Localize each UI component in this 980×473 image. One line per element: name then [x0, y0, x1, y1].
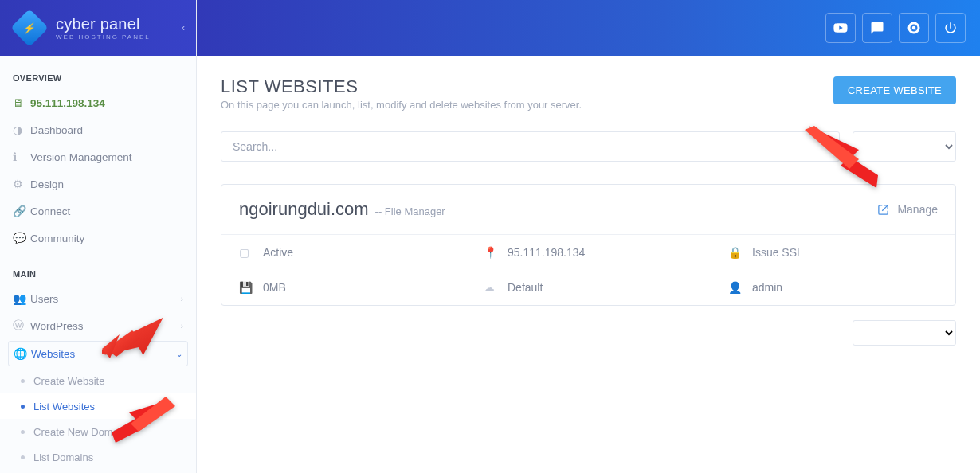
sidebar-item-wordpress[interactable]: ⓦ WordPress › [0, 312, 196, 339]
sidebar-item-community[interactable]: 💬 Community [0, 225, 196, 252]
lifebuoy-icon [907, 21, 921, 35]
pin-icon: 📍 [484, 246, 496, 259]
page-subtitle: On this page you can launch, list, modif… [221, 99, 582, 111]
subnav-create-website[interactable]: Create Website [0, 368, 196, 393]
sidebar-item-connect[interactable]: 🔗 Connect [0, 197, 196, 225]
sidebar-item-server-ip[interactable]: 🖥 95.111.198.134 [0, 89, 196, 116]
page-size-select-top[interactable] [853, 131, 956, 162]
chat-button[interactable] [862, 13, 892, 43]
chevron-down-icon: ⌄ [176, 350, 182, 358]
lock-icon: 🔒 [728, 246, 741, 259]
chevron-right-icon: › [181, 322, 183, 330]
page-head: LIST WEBSITES On this page you can launc… [221, 76, 956, 111]
flag-icon: ▢ [239, 246, 252, 259]
youtube-button[interactable] [825, 13, 856, 43]
ssl-cell[interactable]: 🔒Issue SSL [711, 235, 955, 270]
brand-title: cyber panel [56, 15, 151, 33]
youtube-icon [833, 21, 848, 35]
owner-cell: 👤admin [711, 270, 955, 305]
main-content: LIST WEBSITES On this page you can launc… [197, 56, 980, 473]
brand-logo-icon: ⚡ [10, 9, 49, 47]
chevron-right-icon: › [181, 295, 183, 303]
chat-icon: 💬 [13, 232, 30, 244]
sidebar-collapse-button[interactable]: ‹ [182, 22, 185, 33]
create-website-button[interactable]: CREATE WEBSITE [833, 76, 956, 104]
package-icon: ☁ [484, 281, 496, 294]
users-icon: 👥 [13, 292, 30, 305]
file-manager-link[interactable]: -- File Manager [375, 205, 445, 217]
disk-icon: 💾 [239, 281, 252, 294]
sidebar-item-users[interactable]: 👥 Users › [0, 285, 196, 312]
bullet-icon [21, 455, 25, 459]
gear-icon: ⚙ [13, 178, 30, 190]
bullet-icon [21, 379, 25, 383]
top-header [197, 0, 980, 56]
page-size-select-bottom[interactable] [853, 320, 956, 346]
globe-icon: 🌐 [14, 347, 31, 360]
bullet-icon [21, 405, 25, 408]
website-card-header: ngoirungdui.com -- File Manager Manage [221, 185, 955, 235]
website-details-grid: ▢Active 📍95.111.198.134 🔒Issue SSL 💾0MB … [221, 235, 955, 305]
chat-icon [870, 21, 884, 35]
sidebar-item-version-management[interactable]: ℹ Version Management [0, 143, 196, 170]
manage-button[interactable]: Manage [877, 203, 938, 216]
search-input[interactable] [221, 131, 840, 162]
laptop-icon: 🖥 [13, 96, 30, 109]
subnav-list-websites[interactable]: List Websites [0, 393, 196, 419]
power-icon [943, 21, 958, 35]
info-icon: ℹ [13, 150, 30, 163]
page-title: LIST WEBSITES [221, 76, 582, 97]
nav-section-main: MAIN [0, 252, 196, 285]
bullet-icon [21, 430, 25, 434]
link-icon: 🔗 [13, 205, 30, 217]
sidebar: ⚡ cyber panel WEB HOSTING PANEL ‹ OVERVI… [0, 0, 197, 473]
package-cell: ☁Default [466, 270, 711, 305]
nav-section-overview: OVERVIEW [0, 56, 196, 89]
filter-row [221, 131, 956, 162]
brand-text: cyber panel WEB HOSTING PANEL [56, 15, 151, 41]
website-card: ngoirungdui.com -- File Manager Manage ▢… [221, 184, 956, 306]
sidebar-item-design[interactable]: ⚙ Design [0, 170, 196, 197]
external-link-icon [877, 204, 889, 216]
website-title-row: ngoirungdui.com -- File Manager [239, 199, 445, 220]
status-cell: ▢Active [221, 235, 466, 270]
website-domain[interactable]: ngoirungdui.com [239, 199, 369, 219]
user-icon: 👤 [728, 281, 741, 294]
sidebar-item-websites[interactable]: 🌐 Websites ⌄ [8, 341, 188, 366]
ip-cell: 📍95.111.198.134 [466, 235, 711, 270]
brand-subtitle: WEB HOSTING PANEL [56, 33, 151, 41]
subnav-create-new-domain[interactable]: Create New Domain [0, 419, 196, 444]
sidebar-item-dashboard[interactable]: ◑ Dashboard [0, 116, 196, 143]
subnav-list-domains[interactable]: List Domains [0, 444, 196, 470]
disk-cell: 💾0MB [221, 270, 466, 305]
dashboard-icon: ◑ [13, 123, 30, 136]
power-button[interactable] [935, 13, 966, 43]
manage-label: Manage [897, 203, 938, 216]
wordpress-icon: ⓦ [13, 319, 30, 333]
brand-header: ⚡ cyber panel WEB HOSTING PANEL ‹ [0, 0, 196, 56]
help-button[interactable] [899, 13, 929, 43]
page-title-block: LIST WEBSITES On this page you can launc… [221, 76, 582, 111]
